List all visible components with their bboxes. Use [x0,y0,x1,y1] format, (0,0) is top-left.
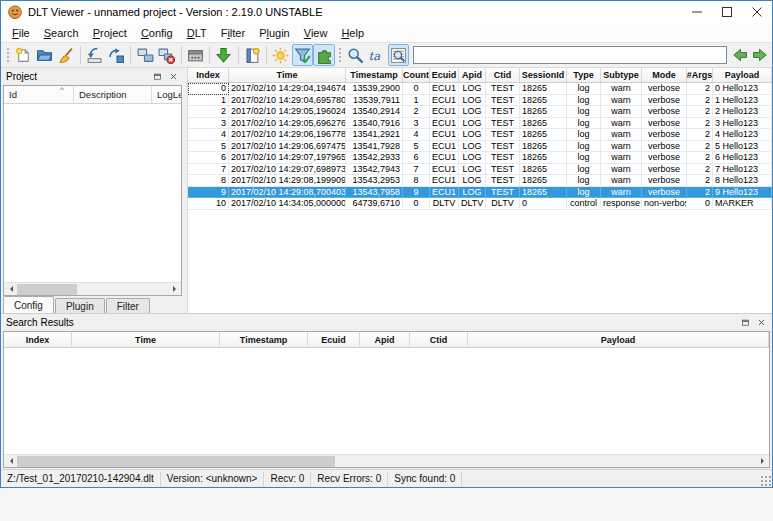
plugin-puzzle-button[interactable] [313,44,335,66]
toolbar-drag-handle[interactable] [5,46,10,64]
log-row[interactable]: 72017/02/10 14:29:07,69897313542,79437EC… [188,164,772,176]
menu-view[interactable]: View [297,25,335,41]
tab-config[interactable]: Config [3,296,54,313]
clear-broom-button[interactable] [56,44,78,66]
scroll-left-arrow-icon[interactable] [4,455,17,468]
log-row[interactable]: 22017/02/10 14:29:05,19602413540,29142EC… [188,106,772,118]
log-col-apid[interactable]: Apid [459,68,486,82]
scroll-left-arrow-icon[interactable] [4,283,17,296]
log-col-ctid[interactable]: Ctid [486,68,520,82]
log-col-timestamp[interactable]: Timestamp [346,68,403,82]
notebook-button[interactable] [242,44,264,66]
menu-file[interactable]: File [5,25,37,41]
menu-plugin[interactable]: Plugin [252,25,297,41]
scroll-thumb[interactable] [17,456,335,467]
project-close-button[interactable] [166,70,180,83]
log-row[interactable]: 82017/02/10 14:29:08,19990913543,29538EC… [188,175,772,187]
new-file-button[interactable] [12,44,34,66]
apply-config-button[interactable] [213,44,235,66]
scroll-thumb[interactable] [17,284,77,295]
import-file-button[interactable] [84,44,106,66]
menu-project[interactable]: Project [86,25,134,41]
search-col-payload[interactable]: Payload [468,332,769,347]
project-tree-body[interactable] [4,104,181,282]
search-close-button[interactable] [754,316,768,329]
menu-dlt[interactable]: DLT [180,25,214,41]
log-row[interactable]: 02017/02/10 14:29:04,19467413539,29000EC… [188,83,772,95]
close-button[interactable] [742,1,772,23]
magnifier-button[interactable] [344,44,366,66]
log-cell: 1 [188,95,229,107]
log-col-count[interactable]: Count [403,68,430,82]
log-row[interactable]: 12017/02/10 14:29:04,69578013539,79111EC… [188,95,772,107]
minimize-button[interactable] [682,1,712,23]
log-cell: TEST [486,95,520,107]
log-row[interactable]: 42017/02/10 14:29:06,19677813541,29214EC… [188,129,772,141]
log-col-payload[interactable]: Payload [713,68,772,82]
log-cell: TEST [486,187,520,199]
menu-config[interactable]: Config [134,25,180,41]
project-column-loglevel[interactable]: LogLevel [152,86,182,103]
search-list-button[interactable] [388,44,410,66]
project-column-description[interactable]: Description [74,86,152,103]
filter-check-button[interactable] [292,44,314,66]
menu-help[interactable]: Help [334,25,371,41]
log-row[interactable]: 62017/02/10 14:29:07,19796513542,29336EC… [188,152,772,164]
log-cell: ECU1 [430,129,459,141]
log-row[interactable]: 32017/02/10 14:29:05,69627613540,79163EC… [188,118,772,130]
log-cell: verbose [642,106,687,118]
log-row[interactable]: 52017/02/10 14:29:06,69747513541,79285EC… [188,141,772,153]
log-col-ecuid[interactable]: Ecuid [430,68,459,82]
scroll-right-arrow-icon[interactable] [756,455,769,468]
search-back-button[interactable] [731,44,751,66]
open-folder-button[interactable] [34,44,56,66]
log-cell: 3 [403,118,430,130]
disconnect-ecu-button[interactable] [156,44,178,66]
menu-search[interactable]: Search [37,25,86,41]
project-float-button[interactable] [150,70,164,83]
log-cell: log [567,187,601,199]
log-cell: LOG [459,164,486,176]
log-col-index[interactable]: Index [188,68,229,82]
search-col-timestamp[interactable]: Timestamp [220,332,308,347]
log-cell: LOG [459,95,486,107]
maximize-button[interactable] [712,1,742,23]
search-col-index[interactable]: Index [4,332,72,347]
search-col-apid[interactable]: Apid [360,332,410,347]
log-cell: log [567,118,601,130]
log-col-sessionid[interactable]: SessionId [520,68,567,82]
log-col-type[interactable]: Type [567,68,601,82]
search-float-button[interactable] [738,316,752,329]
log-row-selected[interactable]: 92017/02/10 14:29:08,70040313543,79589EC… [188,187,772,199]
search-col-ctid[interactable]: Ctid [410,332,468,347]
log-cell: 6 [403,152,430,164]
log-row[interactable]: 102017/02/10 14:34:05,00000064739,67100D… [188,198,772,210]
tab-filter[interactable]: Filter [106,298,150,313]
title-bar[interactable]: DLT Viewer - unnamed project - Version :… [1,1,772,23]
search-forward-button[interactable] [750,44,770,66]
project-tree-header[interactable]: IdDescriptionLogLevel^ [4,86,181,104]
menu-filter[interactable]: Filter [214,25,252,41]
search-col-time[interactable]: Time [72,332,220,347]
resize-grip[interactable] [760,475,772,487]
sun-button[interactable] [270,44,292,66]
log-col-numargs[interactable]: #Args [687,68,713,82]
console-button[interactable] [185,44,207,66]
export-file-button[interactable] [106,44,128,66]
search-results-body[interactable] [4,348,769,454]
log-table-header[interactable]: IndexTimeTimestampCountEcuidApidCtidSess… [188,68,772,83]
tab-plugin[interactable]: Plugin [55,298,105,313]
search-col-ecuid[interactable]: Ecuid [308,332,360,347]
toolbar-drag-handle[interactable] [337,46,342,64]
connect-ecu-button[interactable] [134,44,156,66]
search-list-icon [390,47,407,64]
scroll-right-arrow-icon[interactable] [168,283,181,296]
search-input[interactable] [413,46,726,64]
search-hscrollbar[interactable] [4,454,769,467]
search-results-header[interactable]: IndexTimeTimestampEcuidApidCtidPayload [4,332,769,348]
regex-button[interactable] [366,44,388,66]
log-col-time[interactable]: Time [229,68,346,82]
log-col-mode[interactable]: Mode [642,68,687,82]
project-hscrollbar[interactable] [4,282,181,295]
log-col-subtype[interactable]: Subtype [601,68,642,82]
